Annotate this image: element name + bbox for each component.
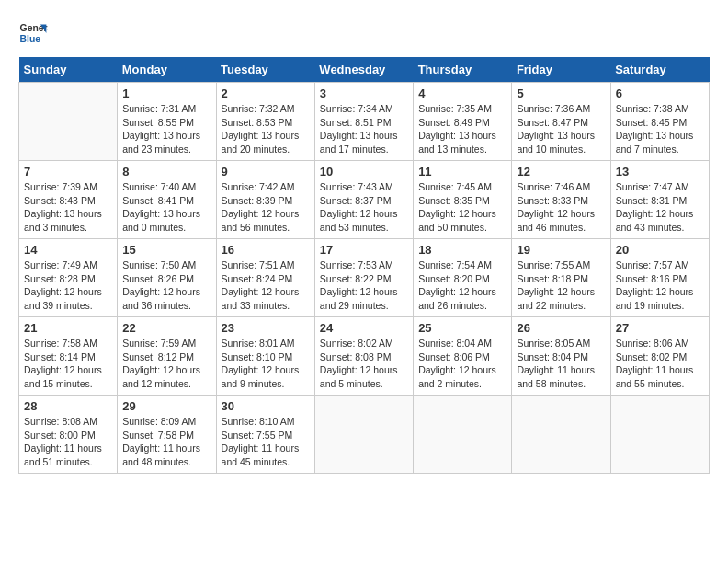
cell-info: Sunrise: 7:31 AMSunset: 8:55 PMDaylight:… (122, 102, 210, 156)
date-number: 13 (616, 165, 704, 178)
date-number: 15 (122, 243, 210, 257)
date-number: 7 (24, 165, 112, 178)
cell-info: Sunrise: 8:09 AMSunset: 7:58 PMDaylight:… (122, 415, 210, 469)
calendar-cell: 21Sunrise: 7:58 AMSunset: 8:14 PMDayligh… (19, 317, 118, 396)
cell-info: Sunrise: 7:49 AMSunset: 8:28 PMDaylight:… (24, 259, 112, 313)
cell-info: Sunrise: 8:08 AMSunset: 8:00 PMDaylight:… (24, 415, 112, 469)
calendar-cell: 13Sunrise: 7:47 AMSunset: 8:31 PMDayligh… (610, 161, 709, 239)
calendar-cell: 2Sunrise: 7:32 AMSunset: 8:53 PMDaylight… (216, 83, 314, 161)
date-number: 25 (418, 321, 506, 335)
date-number: 8 (122, 165, 210, 178)
calendar-cell: 17Sunrise: 7:53 AMSunset: 8:22 PMDayligh… (314, 239, 413, 317)
calendar-table: SundayMondayTuesdayWednesdayThursdayFrid… (18, 57, 710, 474)
calendar-cell: 16Sunrise: 7:51 AMSunset: 8:24 PMDayligh… (216, 239, 314, 317)
cell-info: Sunrise: 7:47 AMSunset: 8:31 PMDaylight:… (616, 180, 704, 235)
cell-info: Sunrise: 7:39 AMSunset: 8:43 PMDaylight:… (24, 180, 112, 235)
calendar-cell: 11Sunrise: 7:45 AMSunset: 8:35 PMDayligh… (414, 161, 512, 239)
calendar-cell: 15Sunrise: 7:50 AMSunset: 8:26 PMDayligh… (118, 239, 216, 317)
weekday-header-friday: Friday (512, 57, 610, 83)
cell-info: Sunrise: 7:51 AMSunset: 8:24 PMDaylight:… (222, 259, 310, 313)
weekday-header-row: SundayMondayTuesdayWednesdayThursdayFrid… (19, 57, 710, 83)
date-number: 26 (517, 321, 605, 335)
calendar-cell: 6Sunrise: 7:38 AMSunset: 8:45 PMDaylight… (610, 83, 709, 161)
calendar-cell: 12Sunrise: 7:46 AMSunset: 8:33 PMDayligh… (512, 161, 610, 239)
date-number: 10 (320, 165, 408, 178)
cell-info: Sunrise: 8:01 AMSunset: 8:10 PMDaylight:… (222, 337, 310, 391)
calendar-week-4: 21Sunrise: 7:58 AMSunset: 8:14 PMDayligh… (19, 317, 710, 396)
calendar-cell (512, 396, 610, 474)
date-number: 11 (418, 165, 506, 178)
calendar-cell: 4Sunrise: 7:35 AMSunset: 8:49 PMDaylight… (414, 83, 512, 161)
page-header: General Blue (18, 18, 710, 48)
calendar-cell: 5Sunrise: 7:36 AMSunset: 8:47 PMDaylight… (512, 83, 610, 161)
calendar-cell (610, 396, 709, 474)
calendar-cell: 20Sunrise: 7:57 AMSunset: 8:16 PMDayligh… (610, 239, 709, 317)
calendar-cell: 23Sunrise: 8:01 AMSunset: 8:10 PMDayligh… (216, 317, 314, 396)
cell-info: Sunrise: 7:32 AMSunset: 8:53 PMDaylight:… (222, 102, 310, 156)
date-number: 20 (616, 243, 704, 257)
cell-info: Sunrise: 8:05 AMSunset: 8:04 PMDaylight:… (517, 337, 605, 391)
date-number: 3 (320, 86, 408, 100)
date-number: 1 (122, 86, 210, 100)
calendar-cell: 26Sunrise: 8:05 AMSunset: 8:04 PMDayligh… (512, 317, 610, 396)
date-number: 30 (222, 399, 310, 413)
calendar-cell: 18Sunrise: 7:54 AMSunset: 8:20 PMDayligh… (414, 239, 512, 317)
cell-info: Sunrise: 8:06 AMSunset: 8:02 PMDaylight:… (616, 337, 704, 391)
calendar-cell: 3Sunrise: 7:34 AMSunset: 8:51 PMDaylight… (314, 83, 413, 161)
calendar-week-1: 1Sunrise: 7:31 AMSunset: 8:55 PMDaylight… (19, 83, 710, 161)
calendar-cell: 1Sunrise: 7:31 AMSunset: 8:55 PMDaylight… (118, 83, 216, 161)
date-number: 29 (122, 399, 210, 413)
weekday-header-saturday: Saturday (610, 57, 709, 83)
calendar-cell: 28Sunrise: 8:08 AMSunset: 8:00 PMDayligh… (19, 396, 118, 474)
date-number: 12 (517, 165, 605, 178)
cell-info: Sunrise: 7:58 AMSunset: 8:14 PMDaylight:… (24, 337, 112, 391)
cell-info: Sunrise: 8:02 AMSunset: 8:08 PMDaylight:… (320, 337, 408, 391)
cell-info: Sunrise: 7:54 AMSunset: 8:20 PMDaylight:… (418, 259, 506, 313)
cell-info: Sunrise: 7:53 AMSunset: 8:22 PMDaylight:… (320, 259, 408, 313)
weekday-header-sunday: Sunday (19, 57, 118, 83)
date-number: 17 (320, 243, 408, 257)
cell-info: Sunrise: 7:40 AMSunset: 8:41 PMDaylight:… (122, 180, 210, 235)
date-number: 23 (222, 321, 310, 335)
cell-info: Sunrise: 7:42 AMSunset: 8:39 PMDaylight:… (222, 180, 310, 235)
calendar-cell: 27Sunrise: 8:06 AMSunset: 8:02 PMDayligh… (610, 317, 709, 396)
logo-icon: General Blue (18, 18, 48, 48)
date-number: 22 (122, 321, 210, 335)
date-number: 27 (616, 321, 704, 335)
date-number: 9 (222, 165, 310, 178)
calendar-cell: 29Sunrise: 8:09 AMSunset: 7:58 PMDayligh… (118, 396, 216, 474)
logo: General Blue (18, 18, 48, 48)
weekday-header-wednesday: Wednesday (314, 57, 413, 83)
calendar-cell: 22Sunrise: 7:59 AMSunset: 8:12 PMDayligh… (118, 317, 216, 396)
date-number: 14 (24, 243, 112, 257)
cell-info: Sunrise: 8:04 AMSunset: 8:06 PMDaylight:… (418, 337, 506, 391)
date-number: 24 (320, 321, 408, 335)
weekday-header-monday: Monday (118, 57, 216, 83)
cell-info: Sunrise: 7:55 AMSunset: 8:18 PMDaylight:… (517, 259, 605, 313)
date-number: 4 (418, 86, 506, 100)
weekday-header-tuesday: Tuesday (216, 57, 314, 83)
calendar-cell: 14Sunrise: 7:49 AMSunset: 8:28 PMDayligh… (19, 239, 118, 317)
calendar-cell: 30Sunrise: 8:10 AMSunset: 7:55 PMDayligh… (216, 396, 314, 474)
cell-info: Sunrise: 7:45 AMSunset: 8:35 PMDaylight:… (418, 180, 506, 235)
date-number: 18 (418, 243, 506, 257)
cell-info: Sunrise: 7:50 AMSunset: 8:26 PMDaylight:… (122, 259, 210, 313)
calendar-week-3: 14Sunrise: 7:49 AMSunset: 8:28 PMDayligh… (19, 239, 710, 317)
calendar-cell: 7Sunrise: 7:39 AMSunset: 8:43 PMDaylight… (19, 161, 118, 239)
calendar-week-2: 7Sunrise: 7:39 AMSunset: 8:43 PMDaylight… (19, 161, 710, 239)
cell-info: Sunrise: 7:38 AMSunset: 8:45 PMDaylight:… (616, 102, 704, 156)
calendar-cell (19, 83, 118, 161)
calendar-cell: 24Sunrise: 8:02 AMSunset: 8:08 PMDayligh… (314, 317, 413, 396)
date-number: 2 (222, 86, 310, 100)
date-number: 16 (222, 243, 310, 257)
cell-info: Sunrise: 7:35 AMSunset: 8:49 PMDaylight:… (418, 102, 506, 156)
date-number: 21 (24, 321, 112, 335)
calendar-cell (314, 396, 413, 474)
weekday-header-thursday: Thursday (414, 57, 512, 83)
date-number: 28 (24, 399, 112, 413)
calendar-body: 1Sunrise: 7:31 AMSunset: 8:55 PMDaylight… (19, 83, 710, 474)
cell-info: Sunrise: 8:10 AMSunset: 7:55 PMDaylight:… (222, 415, 310, 469)
date-number: 6 (616, 86, 704, 100)
cell-info: Sunrise: 7:46 AMSunset: 8:33 PMDaylight:… (517, 180, 605, 235)
cell-info: Sunrise: 7:59 AMSunset: 8:12 PMDaylight:… (122, 337, 210, 391)
